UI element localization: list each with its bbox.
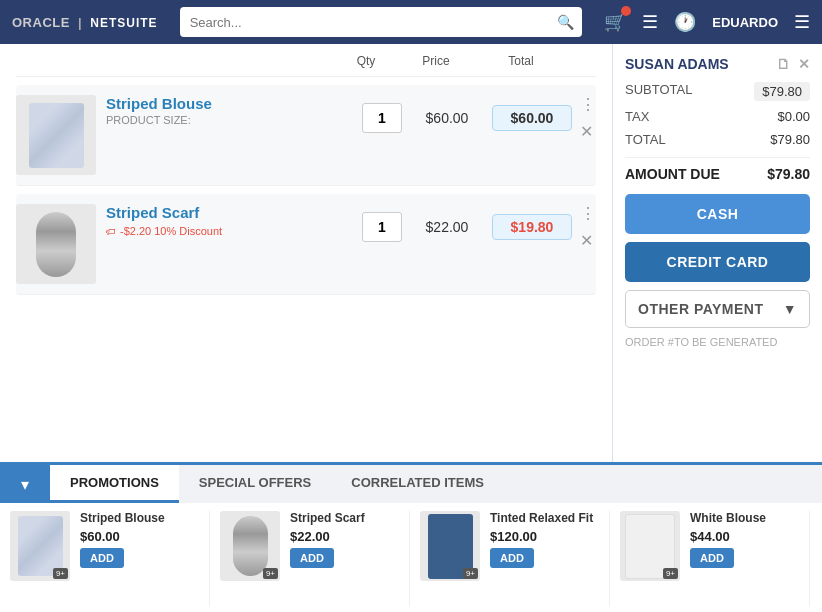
tax-value: $0.00 [777, 109, 810, 124]
product-image [18, 516, 63, 576]
total-row: TOTAL $79.80 [625, 132, 810, 147]
item-price: $22.00 [412, 219, 482, 235]
more-options-icon[interactable]: ⋮ [580, 204, 596, 223]
product-price: $60.00 [80, 529, 199, 544]
discount-tag: 🏷 -$2.20 10% Discount [106, 225, 362, 237]
search-input[interactable] [180, 7, 583, 37]
product-name: White Blouse [690, 511, 799, 525]
bottom-section: ▾ PROMOTIONS SPECIAL OFFERS CORRELATED I… [0, 462, 822, 612]
other-payment-button[interactable]: OTHER PAYMENT ▼ [625, 290, 810, 328]
amount-due-label: AMOUNT DUE [625, 166, 720, 182]
qty-input[interactable] [362, 103, 402, 133]
product-size-badge: 9+ [263, 568, 278, 579]
remove-item-icon[interactable]: ✕ [580, 231, 596, 250]
header-icons: 🛒 ☰ 🕐 EDUARDO ☰ [604, 11, 810, 33]
product-thumbnail: 9+ [10, 511, 70, 581]
item-total: $19.80 [492, 214, 572, 240]
cart-item: Striped Blouse PRODUCT SIZE: $60.00 $60.… [16, 85, 596, 186]
products-row: 9+ Striped Blouse $60.00 ADD 9+ Striped … [0, 503, 822, 612]
cash-button[interactable]: CASH [625, 194, 810, 234]
product-size-badge: 9+ [53, 568, 68, 579]
subtotal-value: $79.80 [754, 82, 810, 101]
cart-column-headers: Qty Price Total [16, 54, 596, 77]
clock-icon[interactable]: 🕐 [674, 11, 696, 33]
product-price: $22.00 [290, 529, 399, 544]
total-value: $79.80 [770, 132, 810, 147]
search-icon: 🔍 [557, 14, 574, 30]
remove-item-icon[interactable]: ✕ [580, 122, 596, 141]
product-card-inner: 9+ Tinted Relaxed Fit $120.00 ADD [420, 511, 599, 581]
item-image [16, 95, 96, 175]
product-card-inner: 9+ Striped Blouse $60.00 ADD [10, 511, 199, 581]
product-name: Striped Blouse [80, 511, 199, 525]
product-card-inner: 9+ Striped Scarf $22.00 ADD [220, 511, 399, 581]
oracle-text: ORACLE [12, 15, 70, 30]
product-size-badge: 9+ [663, 568, 678, 579]
hamburger-menu-icon[interactable]: ☰ [794, 11, 810, 33]
item-name: Striped Scarf [106, 204, 362, 221]
blouse-thumbnail [29, 103, 84, 168]
product-card: 9+ Tinted Relaxed Fit $120.00 ADD [410, 511, 610, 607]
item-controls: $60.00 $60.00 [362, 103, 572, 133]
item-image [16, 204, 96, 284]
add-to-cart-button[interactable]: ADD [290, 548, 334, 568]
add-to-cart-button[interactable]: ADD [690, 548, 734, 568]
cart-icon[interactable]: 🛒 [604, 11, 626, 33]
product-name: Striped Scarf [290, 511, 399, 525]
discount-text: -$2.20 10% Discount [120, 225, 222, 237]
chevron-down-icon: ▾ [21, 475, 29, 494]
item-actions: ⋮ ✕ [580, 204, 596, 250]
product-price: $44.00 [690, 529, 799, 544]
total-header: Total [476, 54, 566, 68]
tab-correlated-items[interactable]: CORRELATED ITEMS [331, 465, 504, 503]
more-options-icon[interactable]: ⋮ [580, 95, 596, 114]
tab-special-offers[interactable]: SPECIAL OFFERS [179, 465, 331, 503]
item-sub: PRODUCT SIZE: [106, 114, 362, 126]
product-thumbnail: 9+ [220, 511, 280, 581]
add-to-cart-button[interactable]: ADD [490, 548, 534, 568]
item-name: Striped Blouse [106, 95, 362, 112]
subtotal-row: SUBTOTAL $79.80 [625, 82, 810, 101]
scarf-thumbnail [36, 212, 76, 277]
chevron-down-icon: ▼ [783, 301, 797, 317]
credit-card-button[interactable]: CREDIT CARD [625, 242, 810, 282]
customer-actions: 🗋 ✕ [776, 56, 810, 72]
product-thumbnail: 9+ [620, 511, 680, 581]
amount-due-value: $79.80 [767, 166, 810, 182]
total-label: TOTAL [625, 132, 666, 147]
search-bar: 🔍 [180, 7, 583, 37]
product-thumbnail: 9+ [420, 511, 480, 581]
product-info: Tinted Relaxed Fit $120.00 ADD [490, 511, 599, 568]
product-size-badge: 9+ [463, 568, 478, 579]
customer-name-text: SUSAN ADAMS [625, 56, 729, 72]
order-note: ORDER #TO BE GENERATED [625, 336, 810, 348]
price-header: Price [396, 54, 476, 68]
cart-badge [621, 6, 631, 16]
item-details: Striped Scarf 🏷 -$2.20 10% Discount [106, 204, 362, 237]
item-total: $60.00 [492, 105, 572, 131]
product-price: $120.00 [490, 529, 599, 544]
qty-input[interactable] [362, 212, 402, 242]
app-header: ORACLE | NETSUITE 🔍 🛒 ☰ 🕐 EDUARDO ☰ [0, 0, 822, 44]
product-card: 9+ White Blouse $44.00 ADD [610, 511, 810, 607]
product-info: Striped Blouse $60.00 ADD [80, 511, 199, 568]
main-content: Qty Price Total Striped Blouse PRODUCT S… [0, 44, 822, 462]
add-to-cart-button[interactable]: ADD [80, 548, 124, 568]
tabs-bar: ▾ PROMOTIONS SPECIAL OFFERS CORRELATED I… [0, 465, 822, 503]
grid-icon[interactable]: ☰ [642, 11, 658, 33]
tax-row: TAX $0.00 [625, 109, 810, 124]
logo: ORACLE | NETSUITE [12, 15, 158, 30]
item-controls: $22.00 $19.80 [362, 212, 572, 242]
logo-sep: | [78, 15, 82, 30]
customer-close-icon[interactable]: ✕ [798, 56, 810, 72]
tab-promotions[interactable]: PROMOTIONS [50, 465, 179, 503]
customer-edit-icon[interactable]: 🗋 [776, 56, 790, 72]
tab-toggle-button[interactable]: ▾ [0, 465, 50, 503]
username-label: EDUARDO [712, 15, 778, 30]
product-info: Striped Scarf $22.00 ADD [290, 511, 399, 568]
item-actions: ⋮ ✕ [580, 95, 596, 141]
subtotal-label: SUBTOTAL [625, 82, 692, 101]
product-image [233, 516, 268, 576]
tax-label: TAX [625, 109, 649, 124]
product-name: Tinted Relaxed Fit [490, 511, 599, 525]
